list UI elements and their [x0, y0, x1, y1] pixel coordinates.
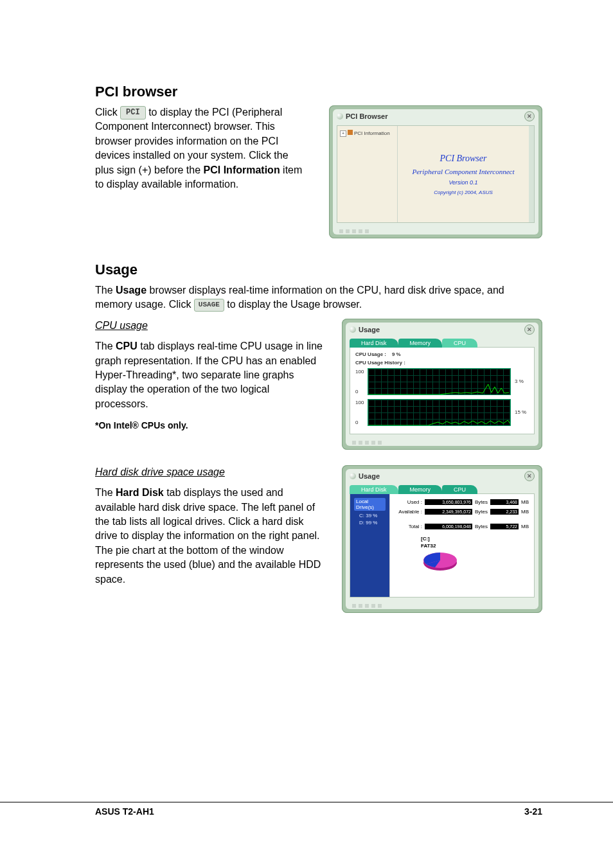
usage-tabs: Hard Disk Memory CPU: [350, 339, 535, 348]
cpu-paragraph: The CPU tab displays real-time CPU usage…: [95, 339, 323, 411]
disk-pie-chart: [421, 550, 459, 573]
text: Click: [95, 107, 120, 118]
subheading-cpu-usage: CPU usage: [95, 319, 323, 333]
heading-usage: Usage: [95, 261, 542, 278]
text: to display the Usage browser.: [227, 299, 362, 310]
text: tab displays the used and available hard…: [95, 487, 321, 584]
footer-right: 3-21: [524, 806, 542, 817]
footer-left: ASUS T2-AH1: [95, 806, 154, 817]
avail-mb: 2,233: [490, 509, 519, 515]
pci-panel-subtitle: Peripheral Component Interconnect: [412, 168, 514, 175]
close-icon[interactable]: ✕: [524, 324, 535, 335]
pci-panel-title: PCI Browser: [440, 154, 487, 164]
page-footer: ASUS T2-AH1 3-21: [0, 802, 613, 817]
pci-info-panel: PCI Browser Peripheral Component Interco…: [398, 126, 534, 222]
window-title: Usage: [359, 326, 380, 333]
hard-disk-window: Usage ✕ Hard Disk Memory CPU Local Drive…: [342, 465, 542, 613]
close-icon[interactable]: ✕: [524, 471, 535, 481]
hd-titlebar: Usage ✕: [346, 469, 538, 485]
pci-button[interactable]: PCI: [120, 106, 146, 120]
unit: MB: [521, 499, 529, 505]
pci-copyright: Copyright (c) 2004, ASUS: [434, 190, 493, 195]
unit: Bytes: [475, 499, 488, 505]
hard-disk-paragraph: The Hard Disk tab displays the used and …: [95, 486, 323, 587]
unit: Bytes: [475, 524, 488, 529]
text: The: [95, 487, 116, 498]
avail-label: Available :: [395, 509, 422, 515]
heading-pci-browser: PCI browser: [95, 84, 542, 100]
tab-hard-disk[interactable]: Hard Disk: [350, 485, 398, 494]
cpu-chart-1: [368, 399, 511, 426]
drive-tree[interactable]: Local Drive(s) C: 39 % D: 99 %: [350, 494, 390, 597]
expand-icon[interactable]: +: [340, 130, 346, 137]
folder-icon: [348, 130, 353, 135]
cpu-footnote: *On Intel® CPUs only.: [95, 420, 323, 430]
cpu-usage-value: 9 %: [392, 351, 401, 357]
avail-bytes: 2,349,395,072: [425, 509, 472, 515]
unit: MB: [521, 524, 529, 529]
resize-grip[interactable]: [346, 604, 538, 609]
used-bytes: 3,650,803,976: [425, 499, 472, 505]
cpu-chart-0: [368, 368, 511, 395]
text: The: [95, 341, 116, 351]
y-axis-1: 100 0: [355, 400, 364, 425]
drive-stats: Used : 3,650,803,976 Bytes 3,468 MB Avai…: [390, 494, 534, 597]
app-icon: [350, 473, 356, 479]
pci-tree[interactable]: +PCI Information: [337, 126, 398, 222]
cpu-usage-window: Usage ✕ Hard Disk Memory CPU CPU Usage :…: [342, 319, 542, 450]
cpu-history-label: CPU Usage History :: [355, 360, 529, 366]
cpu-percent-0: 3 %: [515, 378, 529, 384]
text: The: [95, 285, 116, 296]
tab-memory[interactable]: Memory: [398, 339, 443, 348]
usage-button[interactable]: USAGE: [194, 299, 224, 311]
pie-label-2: FAT32: [421, 543, 529, 549]
app-icon: [350, 326, 356, 333]
hd-tabs: Hard Disk Memory CPU: [350, 485, 535, 494]
tree-node-label[interactable]: PCI Information: [354, 130, 390, 136]
usage-bold: Usage: [116, 285, 147, 296]
cpu-titlebar: Usage ✕: [346, 323, 538, 339]
pci-titlebar: PCI Browser ✕: [333, 109, 538, 125]
cpu-bold: CPU: [116, 341, 138, 351]
drive-d[interactable]: D: 99 %: [359, 520, 386, 526]
pci-paragraph: Click PCI to display the PCI (Peripheral…: [95, 105, 310, 191]
window-title: PCI Browser: [346, 112, 387, 120]
app-icon: [337, 113, 343, 120]
pci-version: Version 0.1: [449, 179, 477, 186]
drive-c[interactable]: C: 39 %: [359, 513, 386, 518]
total-label: Total :: [395, 524, 422, 529]
cpu-usage-label: CPU Usage :: [355, 351, 386, 357]
pci-browser-window: PCI Browser ✕ +PCI Information PCI Brows…: [329, 105, 542, 238]
cpu-percent-1: 15 %: [515, 409, 529, 415]
tab-memory[interactable]: Memory: [398, 485, 443, 494]
unit: MB: [521, 509, 529, 515]
usage-paragraph: The Usage browser displays real-time inf…: [95, 283, 542, 312]
used-mb: 3,468: [490, 499, 519, 505]
unit: Bytes: [475, 509, 488, 515]
window-title: Usage: [359, 472, 380, 480]
resize-grip[interactable]: [346, 441, 538, 446]
tree-root[interactable]: Local Drive(s): [354, 498, 386, 511]
tab-cpu[interactable]: CPU: [442, 339, 477, 348]
y-axis-0: 100 0: [355, 369, 364, 394]
close-icon[interactable]: ✕: [524, 111, 535, 121]
pci-information-label: PCI Information: [204, 164, 280, 175]
total-mb: 5,722: [490, 524, 519, 529]
pie-label-1: [C:]: [421, 536, 529, 542]
resize-grip[interactable]: [333, 229, 538, 235]
total-bytes: 6,000,198,048: [425, 524, 472, 529]
tab-cpu[interactable]: CPU: [442, 485, 477, 494]
used-label: Used :: [395, 499, 422, 505]
hard-disk-bold: Hard Disk: [116, 487, 164, 498]
tab-hard-disk[interactable]: Hard Disk: [350, 339, 398, 348]
subheading-hard-disk: Hard disk drive space usage: [95, 465, 323, 479]
